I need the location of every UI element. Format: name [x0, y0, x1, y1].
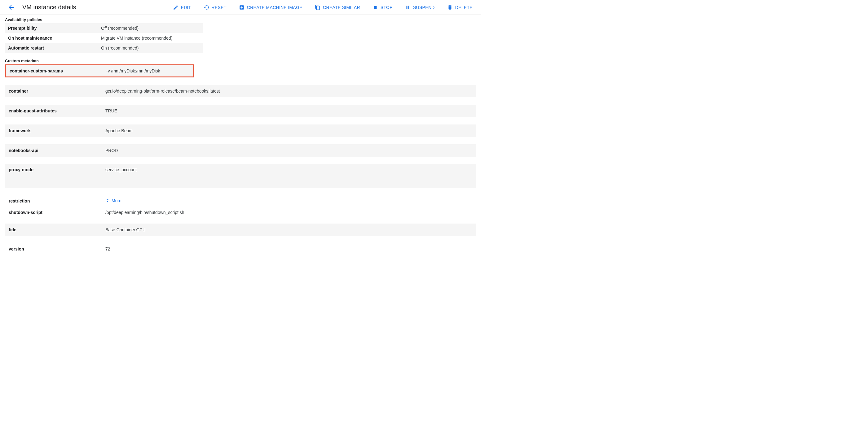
- policy-val: Off (recommended): [98, 23, 203, 33]
- reset-label: RESET: [212, 5, 226, 10]
- metadata-key: enable-guest-attributes: [5, 105, 102, 116]
- edit-label: EDIT: [181, 5, 191, 10]
- metadata-key: container-custom-params: [6, 65, 102, 76]
- metadata-val: Base.Container.GPU: [102, 224, 476, 235]
- policy-key: On host maintenance: [5, 33, 98, 43]
- delete-label: DELETE: [455, 5, 472, 10]
- copy-icon: [315, 5, 320, 10]
- stop-icon: [372, 5, 378, 10]
- topbar: VM instance details EDIT RESET CREATE MA…: [0, 0, 481, 15]
- metadata-row-framework: framework Apache Beam: [5, 125, 476, 137]
- create-similar-button[interactable]: CREATE SIMILAR: [314, 3, 361, 12]
- more-link[interactable]: More: [105, 198, 122, 203]
- metadata-row-title: title Base.Container.GPU: [5, 224, 476, 236]
- metadata-key: framework: [5, 125, 102, 136]
- table-row: On host maintenance Migrate VM instance …: [5, 33, 203, 43]
- pause-icon: [405, 5, 411, 10]
- metadata-val: service_account: [102, 164, 476, 175]
- edit-icon: [173, 5, 179, 10]
- metadata-val: 72: [102, 243, 476, 255]
- metadata-key: proxy-mode: [5, 164, 102, 175]
- reset-button[interactable]: RESET: [203, 3, 228, 12]
- metadata-row-version: version 72: [5, 243, 476, 255]
- metadata-val: -v /mnt/myDisk:/mnt/myDisk: [102, 65, 193, 76]
- metadata-val: PROD: [102, 145, 476, 156]
- metadata-key: notebooks-api: [5, 145, 102, 156]
- create-similar-label: CREATE SIMILAR: [323, 5, 360, 10]
- metadata-key: version: [5, 243, 102, 255]
- page-title: VM instance details: [22, 4, 76, 11]
- edit-button[interactable]: EDIT: [172, 3, 192, 12]
- suspend-label: SUSPEND: [413, 5, 435, 10]
- create-machine-image-button[interactable]: CREATE MACHINE IMAGE: [238, 3, 304, 12]
- metadata-row-proxy-mode: proxy-mode service_account: [5, 164, 476, 188]
- availability-section-title: Availability policies: [0, 15, 481, 23]
- metadata-val: Apache Beam: [102, 125, 476, 136]
- policy-val: Migrate VM instance (recommended): [98, 33, 203, 43]
- metadata-val: TRUE: [102, 105, 476, 116]
- policy-key: Preemptibility: [5, 23, 98, 33]
- reset-icon: [204, 5, 209, 10]
- add-box-icon: [239, 5, 245, 10]
- metadata-row-container-custom-params: container-custom-params -v /mnt/myDisk:/…: [5, 64, 194, 77]
- suspend-button[interactable]: SUSPEND: [404, 3, 436, 12]
- metadata-key: restriction: [5, 195, 102, 206]
- metadata-key: shutdown-script: [5, 207, 102, 218]
- metadata-val: /opt/deeplearning/bin/shutdown_script.sh: [102, 207, 476, 218]
- more-label: More: [112, 198, 122, 203]
- metadata-val: gcr.io/deeplearning-platform-release/bea…: [102, 86, 476, 97]
- metadata-row-shutdown-script: shutdown-script /opt/deeplearning/bin/sh…: [5, 207, 476, 218]
- metadata-section-title: Custom metadata: [0, 56, 481, 64]
- create-machine-image-label: CREATE MACHINE IMAGE: [247, 5, 303, 10]
- stop-button[interactable]: STOP: [371, 3, 394, 12]
- table-row: Automatic restart On (recommended): [5, 43, 203, 53]
- availability-table: Preemptibility Off (recommended) On host…: [5, 23, 203, 53]
- metadata-row-container: container gcr.io/deeplearning-platform-r…: [5, 85, 476, 97]
- policy-key: Automatic restart: [5, 43, 98, 53]
- action-bar: EDIT RESET CREATE MACHINE IMAGE CREATE S…: [172, 3, 474, 12]
- metadata-key: title: [5, 224, 102, 235]
- metadata-row-restriction: restriction More: [5, 195, 476, 207]
- back-button[interactable]: [5, 1, 18, 13]
- metadata-row-notebooks-api: notebooks-api PROD: [5, 144, 476, 157]
- expand-more-icon: [105, 199, 110, 203]
- stop-label: STOP: [380, 5, 393, 10]
- delete-button[interactable]: DELETE: [446, 3, 474, 12]
- metadata-row-enable-guest-attributes: enable-guest-attributes TRUE: [5, 105, 476, 117]
- metadata-val: More: [102, 195, 476, 207]
- policy-val: On (recommended): [98, 43, 203, 53]
- metadata-key: container: [5, 86, 102, 97]
- table-row: Preemptibility Off (recommended): [5, 23, 203, 33]
- arrow-back-icon: [7, 4, 15, 11]
- metadata-rows: container-custom-params -v /mnt/myDisk:/…: [0, 64, 481, 255]
- delete-icon: [447, 5, 453, 10]
- content: Availability policies Preemptibility Off…: [0, 15, 481, 261]
